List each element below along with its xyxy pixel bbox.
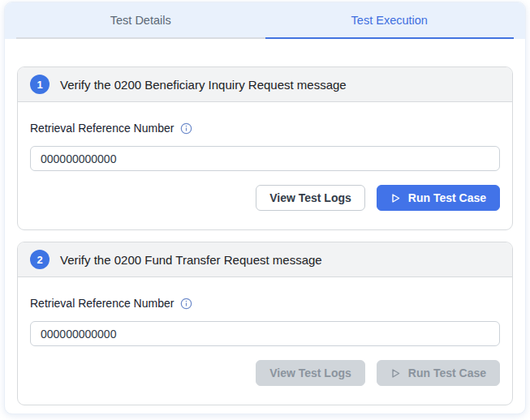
step-2-number-badge: 2 bbox=[30, 250, 50, 269]
test-execution-content: 1 Verify the 0200 Beneficiary Inquiry Re… bbox=[5, 39, 525, 414]
step-card-1: 1 Verify the 0200 Beneficiary Inquiry Re… bbox=[17, 66, 513, 230]
info-icon[interactable] bbox=[180, 122, 192, 135]
step-1-header: 1 Verify the 0200 Beneficiary Inquiry Re… bbox=[18, 67, 512, 102]
retrieval-reference-input[interactable] bbox=[30, 321, 500, 346]
run-test-case-button-disabled: Run Test Case bbox=[377, 360, 500, 386]
run-test-case-label: Run Test Case bbox=[408, 366, 486, 379]
step-card-2: 2 Verify the 0200 Fund Transfer Request … bbox=[17, 242, 513, 405]
step-2-body: Retrieval Reference Number View Test Log… bbox=[18, 277, 512, 405]
play-icon bbox=[390, 368, 401, 379]
view-test-logs-button[interactable]: View Test Logs bbox=[256, 185, 365, 211]
tab-test-details[interactable]: Test Details bbox=[16, 2, 265, 39]
step-1-number-badge: 1 bbox=[30, 75, 50, 94]
tab-bar: Test Details Test Execution bbox=[5, 2, 525, 39]
run-test-case-button[interactable]: Run Test Case bbox=[377, 185, 500, 211]
play-icon bbox=[390, 193, 401, 204]
test-panel: Test Details Test Execution 1 Verify the… bbox=[4, 2, 526, 414]
step-2-title: Verify the 0200 Fund Transfer Request me… bbox=[60, 253, 322, 267]
step-1-title: Verify the 0200 Beneficiary Inquiry Requ… bbox=[60, 78, 347, 92]
retrieval-reference-input[interactable] bbox=[30, 146, 500, 171]
retrieval-reference-label: Retrieval Reference Number bbox=[30, 297, 174, 310]
step-1-body: Retrieval Reference Number View Test Log… bbox=[18, 102, 512, 229]
view-test-logs-button-disabled: View Test Logs bbox=[256, 360, 365, 386]
tab-test-execution[interactable]: Test Execution bbox=[265, 2, 515, 39]
run-test-case-label: Run Test Case bbox=[408, 191, 486, 204]
step-2-header: 2 Verify the 0200 Fund Transfer Request … bbox=[18, 242, 512, 277]
retrieval-reference-label: Retrieval Reference Number bbox=[30, 122, 174, 135]
info-icon[interactable] bbox=[180, 298, 192, 310]
